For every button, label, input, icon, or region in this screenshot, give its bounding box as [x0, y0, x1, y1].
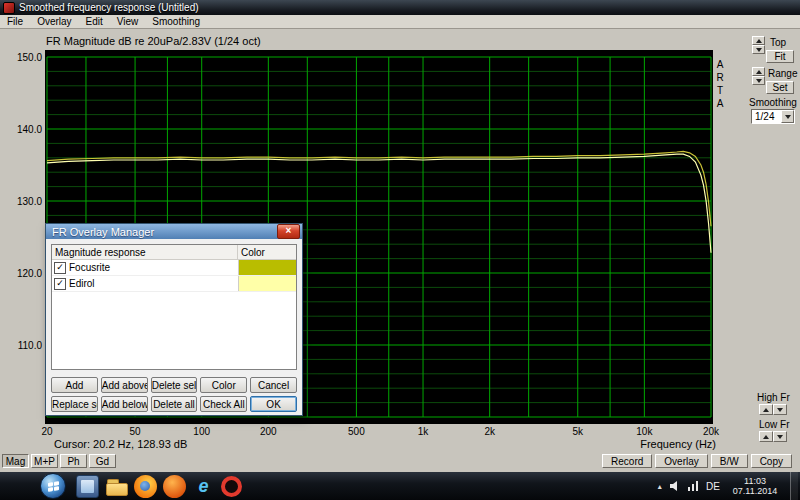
y-tick-label: 140.0 — [10, 124, 42, 135]
dialog-button-add[interactable]: Add — [51, 377, 98, 393]
top-spin-down-icon[interactable] — [752, 45, 765, 54]
dialog-title: FR Overlay Manager — [52, 226, 277, 238]
fit-button[interactable]: Fit — [766, 50, 794, 63]
menu-item-file[interactable]: File — [0, 16, 30, 27]
start-button[interactable] — [40, 473, 66, 499]
arta-letter: A — [715, 97, 725, 110]
menu-item-edit[interactable]: Edit — [79, 16, 110, 27]
menu-item-view[interactable]: View — [110, 16, 146, 27]
action-button-copy[interactable]: Copy — [751, 454, 792, 468]
arta-letter: A — [715, 58, 725, 71]
range-spinner[interactable] — [752, 67, 765, 85]
mode-button-gd[interactable]: Gd — [89, 454, 116, 468]
taskbar-apps — [76, 475, 242, 498]
dialog-button-add-above-crs[interactable]: Add above crs — [101, 377, 148, 393]
range-label: Range — [768, 68, 797, 79]
window-titlebar[interactable]: Smoothed frequency response (Untitled) — [0, 0, 800, 15]
range-spin-down-icon[interactable] — [752, 76, 765, 85]
show-desktop-button[interactable] — [790, 472, 798, 500]
x-tick-label: 100 — [187, 426, 217, 437]
app-window-icon[interactable] — [76, 475, 99, 498]
dialog-button-color[interactable]: Color — [200, 377, 247, 393]
workspace: FR Magnitude dB re 20uPa/2.83V (1/24 oct… — [0, 29, 800, 472]
volume-icon[interactable] — [670, 481, 681, 491]
action-toolbar: RecordOverlayB/WCopy — [602, 454, 792, 468]
color-swatch[interactable] — [238, 276, 296, 291]
language-indicator[interactable]: DE — [706, 481, 720, 492]
top-spinner[interactable] — [752, 36, 765, 54]
system-tray: ▲ DE 11:03 07.11.2014 — [656, 472, 800, 500]
overlay-list[interactable]: Magnitude response Color ✓Focusrite✓Edir… — [51, 244, 297, 370]
clock-time: 11:03 — [727, 476, 783, 486]
mode-button-m-p[interactable]: M+P — [31, 454, 58, 468]
range-spin-up-icon[interactable] — [752, 67, 765, 76]
overlay-name: Focusrite — [69, 262, 238, 273]
clock-date: 07.11.2014 — [727, 486, 783, 496]
action-button-b-w[interactable]: B/W — [711, 454, 748, 468]
column-color: Color — [238, 245, 296, 260]
taskbar: ▲ DE 11:03 07.11.2014 — [0, 472, 800, 500]
arta-letter: T — [715, 84, 725, 97]
x-tick-label: 2k — [475, 426, 505, 437]
tray-expand-icon[interactable]: ▲ — [656, 483, 663, 490]
checkbox-edirol[interactable]: ✓ — [54, 278, 66, 290]
low-fr-down-icon[interactable] — [773, 431, 787, 442]
opera-icon[interactable] — [221, 476, 242, 497]
smoothing-select[interactable]: 1/24 — [751, 109, 795, 124]
top-label: Top — [770, 37, 786, 48]
dialog-button-ok[interactable]: OK — [250, 396, 297, 412]
y-tick-label: 150.0 — [10, 52, 42, 63]
menu-item-overlay[interactable]: Overlay — [30, 16, 78, 27]
plot-title: FR Magnitude dB re 20uPa/2.83V (1/24 oct… — [46, 35, 261, 47]
dialog-button-delete-sel[interactable]: Delete sel — [151, 377, 198, 393]
y-tick-label: 120.0 — [10, 268, 42, 279]
internet-explorer-icon[interactable] — [192, 475, 215, 498]
x-tick-label: 200 — [253, 426, 283, 437]
display-mode-toolbar: MagM+PPhGd — [2, 454, 116, 468]
chevron-down-icon[interactable] — [781, 110, 794, 123]
x-tick-label: 10k — [629, 426, 659, 437]
firefox-icon[interactable] — [134, 475, 157, 498]
dialog-button-add-below-crs[interactable]: Add below crs — [101, 396, 148, 412]
folder-icon[interactable] — [105, 475, 128, 498]
top-spin-up-icon[interactable] — [752, 36, 765, 45]
menu-bar: FileOverlayEditViewSmoothing — [0, 15, 800, 29]
mode-button-mag[interactable]: Mag — [2, 454, 29, 468]
browser-orange-icon[interactable] — [163, 475, 186, 498]
action-button-overlay[interactable]: Overlay — [655, 454, 707, 468]
smoothing-value: 1/24 — [752, 111, 781, 122]
high-fr-spinner[interactable] — [759, 404, 787, 415]
app-icon — [3, 2, 15, 14]
network-icon[interactable] — [688, 481, 699, 491]
dialog-titlebar[interactable]: FR Overlay Manager × — [46, 224, 302, 239]
clock[interactable]: 11:03 07.11.2014 — [727, 476, 783, 496]
window-title: Smoothed frequency response (Untitled) — [19, 3, 199, 13]
low-fr-up-icon[interactable] — [759, 431, 773, 442]
overlay-row-focusrite[interactable]: ✓Focusrite — [52, 260, 296, 276]
action-button-record[interactable]: Record — [602, 454, 652, 468]
dialog-button-delete-all[interactable]: Delete all — [151, 396, 198, 412]
overlay-rows: ✓Focusrite✓Edirol — [52, 260, 296, 369]
menu-item-smoothing[interactable]: Smoothing — [145, 16, 207, 27]
overlay-row-edirol[interactable]: ✓Edirol — [52, 276, 296, 292]
close-icon[interactable]: × — [277, 224, 300, 239]
high-fr-down-icon[interactable] — [773, 404, 787, 415]
overlay-name: Edirol — [69, 278, 238, 289]
fr-overlay-manager-dialog[interactable]: FR Overlay Manager × Magnitude response … — [45, 223, 303, 416]
y-tick-label: 110.0 — [10, 340, 42, 351]
low-fr-spinner[interactable] — [759, 431, 787, 442]
mode-button-ph[interactable]: Ph — [60, 454, 87, 468]
x-tick-label: 500 — [341, 426, 371, 437]
smoothing-label: Smoothing — [749, 97, 797, 108]
dialog-button-check-all[interactable]: Check All — [200, 396, 247, 412]
checkbox-focusrite[interactable]: ✓ — [54, 262, 66, 274]
x-axis-label: Frequency (Hz) — [640, 438, 716, 450]
windows-logo-icon — [48, 481, 59, 492]
set-button[interactable]: Set — [766, 81, 794, 94]
arta-logo-vertical: ARTA — [715, 58, 725, 110]
dialog-button-replace-sel[interactable]: Replace sel — [51, 396, 98, 412]
overlay-list-header: Magnitude response Color — [52, 245, 296, 260]
color-swatch[interactable] — [238, 260, 296, 275]
high-fr-up-icon[interactable] — [759, 404, 773, 415]
dialog-button-cancel[interactable]: Cancel — [250, 377, 297, 393]
